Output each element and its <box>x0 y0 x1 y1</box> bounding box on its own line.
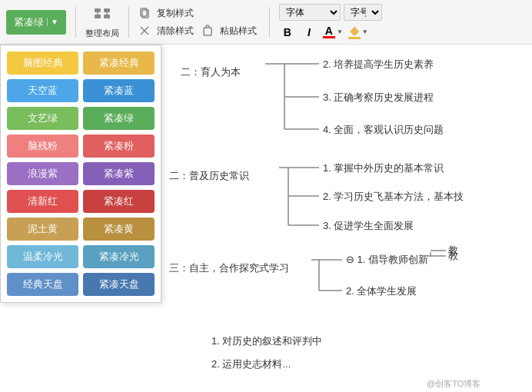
svg-text:@创客TO博客: @创客TO博客 <box>427 379 480 388</box>
font-color-bar <box>323 36 335 38</box>
theme-button-label: 紧凑绿 <box>14 15 44 29</box>
svg-text:1. 对历史的叙述和评判中: 1. 对历史的叙述和评判中 <box>211 335 322 347</box>
style-group: 复制样式 清除样式 粘贴样式 <box>138 5 260 39</box>
theme-dropdown-panel: 脑图经典紧凑经典天空蓝紧凑蓝文艺绿紧凑绿脑残粉紧凑粉浪漫紫紧凑紫清新红紧凑红泥土… <box>0 45 161 303</box>
theme-option-compact-yellow[interactable]: 紧凑黄 <box>83 218 155 241</box>
svg-text:⊖ 1. 倡导教师创新: ⊖ 1. 倡导教师创新 <box>346 254 428 265</box>
theme-dropdown-arrow[interactable]: ▼ <box>47 18 58 26</box>
paste-style-btn[interactable]: 粘贴样式 <box>201 23 260 39</box>
svg-text:二：普及历史常识: 二：普及历史常识 <box>169 170 249 181</box>
fill-color-arrow[interactable]: ▼ <box>362 28 368 35</box>
svg-text:二：育人为本: 二：育人为本 <box>181 66 241 78</box>
divider-2 <box>128 7 129 38</box>
theme-option-art-green[interactable]: 文艺绿 <box>7 107 78 130</box>
toolbar: 紧凑绿 ▼ 整理布局 复制样式 <box>0 0 532 45</box>
size-select[interactable]: 字号 <box>344 4 382 21</box>
arrange-section: 整理布局 <box>85 5 119 39</box>
svg-rect-1 <box>104 8 110 12</box>
theme-option-compact-red[interactable]: 紧凑红 <box>83 190 155 213</box>
arrange-label: 整理布局 <box>85 28 119 39</box>
divider-3 <box>269 7 270 38</box>
theme-button[interactable]: 紧凑绿 ▼ <box>6 10 66 35</box>
fill-color-button[interactable]: ◆ <box>347 24 361 40</box>
clear-style-label: 清除样式 <box>154 23 197 39</box>
italic-button[interactable]: I <box>301 24 318 41</box>
theme-option-compact-purple[interactable]: 紧凑紫 <box>83 162 155 185</box>
theme-option-compact-cool[interactable]: 紧凑冷光 <box>83 245 155 268</box>
clear-style-btn[interactable]: 清除样式 <box>138 23 197 39</box>
bold-button[interactable]: B <box>279 24 296 41</box>
svg-text:4. 全面，客观认识历史问题: 4. 全面，客观认识历史问题 <box>323 124 444 135</box>
theme-option-sky-blue[interactable]: 天空蓝 <box>7 79 78 102</box>
paste-style-label: 粘贴样式 <box>217 23 260 39</box>
theme-option-compact-green[interactable]: 紧凑绿 <box>83 107 155 130</box>
divider-1 <box>75 7 76 38</box>
svg-text:2. 培养提高学生历史素养: 2. 培养提高学生历史素养 <box>323 58 434 70</box>
font-color-group[interactable]: A ▼ <box>322 25 343 39</box>
theme-option-romantic-purple[interactable]: 浪漫紫 <box>7 162 78 185</box>
copy-style-btn[interactable]: 复制样式 <box>138 5 197 22</box>
font-color-arrow[interactable]: ▼ <box>337 28 343 35</box>
theme-option-compact-pink[interactable]: 紧凑粉 <box>83 135 155 158</box>
theme-option-compact-classic[interactable]: 紧凑经典 <box>83 51 155 75</box>
theme-option-warm-cool[interactable]: 温柔冷光 <box>7 245 78 268</box>
copy-style-label: 复制样式 <box>154 5 197 22</box>
theme-option-mind-classic[interactable]: 脑图经典 <box>7 51 78 75</box>
fill-color-icon: ◆ <box>350 25 359 37</box>
font-group: 字体 字号 B I A ▼ ◆ ▼ <box>279 4 382 41</box>
svg-text:3. 促进学生全面发展: 3. 促进学生全面发展 <box>323 220 414 231</box>
arrange-icon[interactable] <box>90 5 115 26</box>
svg-rect-2 <box>95 15 101 18</box>
font-select[interactable]: 字体 <box>279 4 341 21</box>
main-content: 脑图经典紧凑经典天空蓝紧凑蓝文艺绿紧凑绿脑残粉紧凑粉浪漫紫紧凑紫清新红紧凑红泥土… <box>0 45 532 392</box>
svg-text:1. 掌握中外历史的基本常识: 1. 掌握中外历史的基本常识 <box>323 162 444 174</box>
svg-text:2. 全体学生发展: 2. 全体学生发展 <box>346 285 417 297</box>
theme-option-compact-blue[interactable]: 紧凑蓝 <box>83 79 155 102</box>
theme-option-earthy-yellow[interactable]: 泥土黄 <box>7 218 78 241</box>
svg-rect-8 <box>204 28 211 35</box>
font-color-button[interactable]: A <box>322 25 336 39</box>
fill-color-group[interactable]: ◆ ▼ <box>347 24 368 40</box>
theme-option-compact-sky[interactable]: 紧凑天盘 <box>83 273 155 296</box>
svg-rect-0 <box>95 8 101 12</box>
svg-text:教: 教 <box>448 244 458 256</box>
svg-rect-3 <box>104 15 110 18</box>
font-color-label: A <box>325 25 333 36</box>
svg-text:2. 学习历史飞基本方法，基本技: 2. 学习历史飞基本方法，基本技 <box>323 191 464 202</box>
theme-option-classic-sky[interactable]: 经典天盘 <box>7 273 78 296</box>
fill-color-bar <box>348 37 361 39</box>
svg-text:三：自主，合作探究式学习: 三：自主，合作探究式学习 <box>169 262 289 274</box>
theme-option-brain-pink[interactable]: 脑残粉 <box>7 135 78 158</box>
mindmap-svg: 二：育人为本 2. 培养提高学生历史素养 3. 正确考察历史发展进程 4. 全面… <box>165 45 532 392</box>
theme-option-fresh-red[interactable]: 清新红 <box>7 190 78 213</box>
svg-text:3. 正确考察历史发展进程: 3. 正确考察历史发展进程 <box>323 91 434 103</box>
svg-text:2. 运用史志材料...: 2. 运用史志材料... <box>211 358 291 370</box>
